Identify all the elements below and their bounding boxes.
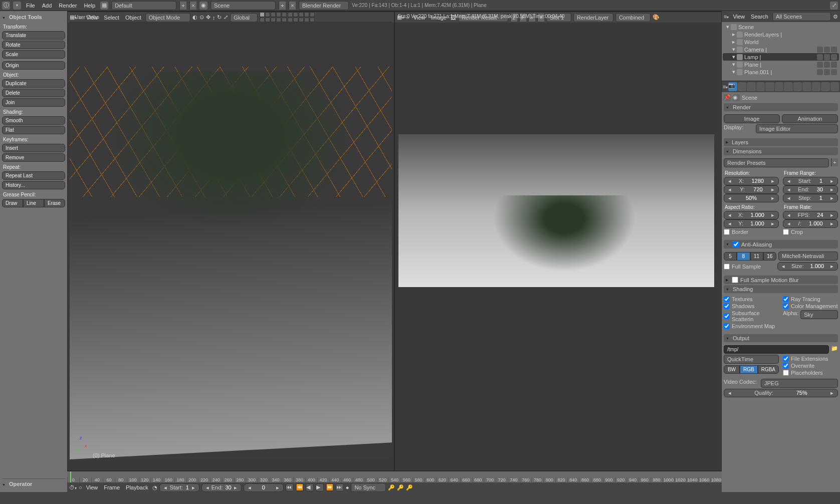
alpha-mode-dropdown[interactable]: Sky	[800, 310, 838, 319]
aa-panel-header[interactable]: Anti-Aliasing	[724, 240, 838, 248]
image-editor[interactable]: Fra:0 Ve:220 fa:271 La:1 Mem:7.41M (6.31…	[394, 11, 722, 471]
object-tools-header[interactable]: Object Tools	[2, 14, 65, 20]
layout-add-button[interactable]: +	[179, 2, 186, 10]
orientation-dropdown[interactable]: Global	[230, 13, 258, 22]
output-path-field[interactable]: /tmp/	[724, 345, 829, 354]
res-y-field[interactable]: ◂Y:720▸	[724, 185, 779, 194]
scene-add-button[interactable]: +	[279, 2, 286, 10]
outliner-editor-type-dropdown[interactable]: ≡	[724, 14, 729, 20]
render-layers-tab[interactable]	[738, 82, 746, 91]
outliner-item[interactable]: ▾Plane |	[723, 61, 839, 68]
selectable-toggle[interactable]	[824, 69, 830, 75]
outliner-item[interactable]: ▾Camera |	[723, 46, 839, 53]
flat-button[interactable]: Flat	[2, 126, 65, 134]
full-sample-checkbox[interactable]	[724, 264, 730, 270]
playhead[interactable]	[70, 471, 71, 482]
outliner-item[interactable]: ▾Lamp |	[723, 53, 839, 61]
render-animation-button[interactable]: Animation	[782, 114, 838, 123]
pivot-point-icon[interactable]: ⊙	[199, 14, 204, 21]
renderable-toggle[interactable]	[831, 69, 837, 75]
rotate-button[interactable]: Rotate	[2, 41, 65, 49]
info-editor-icon[interactable]: ⓘ	[2, 2, 10, 10]
menu-add[interactable]: Add	[40, 3, 54, 9]
start-frame-field[interactable]: ◂Start:1▸	[159, 483, 199, 492]
res-pct-field[interactable]: ◂50%▸	[724, 194, 779, 202]
outliner-filter-icon[interactable]: ⚙	[833, 14, 838, 20]
play-reverse-button[interactable]: ◀	[306, 483, 314, 491]
screen-layout-icon[interactable]: ▦	[100, 2, 108, 10]
keyframe-prev-button[interactable]: ⏪	[296, 483, 304, 491]
layout-remove-button[interactable]: ×	[189, 2, 196, 10]
outliner-item[interactable]: ▾Scene	[723, 23, 839, 31]
end-frame-field[interactable]: ◂End:30▸	[201, 483, 242, 492]
scene-tab[interactable]	[747, 82, 755, 91]
timeline-editor[interactable]: 0204060801001201401601802002202402602803…	[67, 471, 722, 492]
display-dropdown[interactable]: Image Editor	[756, 124, 838, 133]
renderable-toggle[interactable]	[831, 54, 837, 60]
current-frame-field[interactable]: ◂0▸	[244, 483, 284, 492]
grease-erase-button[interactable]: Erase	[44, 199, 65, 207]
frame-end-field[interactable]: ◂End:30▸	[783, 185, 838, 194]
frame-start-field[interactable]: ◂Start:1▸	[783, 177, 838, 185]
video-codec-dropdown[interactable]: JPEG	[761, 379, 838, 388]
render-engine-dropdown[interactable]: Blender Render	[299, 1, 349, 10]
scale-button[interactable]: Scale	[2, 50, 65, 59]
physics-tab[interactable]	[830, 82, 839, 91]
renderable-toggle[interactable]	[831, 47, 837, 53]
timeline-view-menu[interactable]: View	[84, 484, 100, 490]
viewport-shading-icon[interactable]: ◐	[192, 14, 197, 21]
constraints-tab[interactable]	[775, 82, 783, 91]
layers-panel-header[interactable]: Layers	[724, 138, 838, 146]
asp-y-field[interactable]: ◂Y:1.000▸	[724, 219, 779, 228]
jump-start-button[interactable]: ⏮	[286, 483, 294, 491]
layer-buttons[interactable]	[260, 12, 315, 23]
shadows-checkbox[interactable]	[724, 303, 730, 309]
outliner-tree[interactable]: ▾Scene▸RenderLayers |▸World▾Camera |▾Lam…	[722, 22, 840, 77]
border-checkbox[interactable]	[724, 229, 730, 235]
manipulator-rotate-icon[interactable]: ↻	[217, 14, 222, 21]
shading-panel-header[interactable]: Shading	[724, 285, 838, 293]
asp-x-field[interactable]: ◂X:1.000▸	[724, 211, 779, 219]
selectable-toggle[interactable]	[824, 54, 830, 60]
aa-size-field[interactable]: ◂Size:1.000▸	[777, 262, 838, 271]
quality-field[interactable]: ◂Quality:75%▸	[724, 389, 838, 397]
data-tab[interactable]	[793, 82, 802, 91]
output-panel-header[interactable]: Output	[724, 334, 838, 342]
outliner-search-menu[interactable]: Search	[749, 14, 770, 20]
rgba-button[interactable]: RGBA	[758, 365, 779, 374]
image-paint-icon[interactable]: 🎨	[653, 14, 660, 21]
fps-field[interactable]: ◂FPS:24▸	[783, 211, 838, 219]
outliner-view-menu[interactable]: View	[731, 14, 747, 20]
res-x-field[interactable]: ◂X:1280▸	[724, 177, 779, 185]
jump-end-button[interactable]: ⏭	[336, 483, 344, 491]
editor-type-dropdown[interactable]	[13, 2, 21, 10]
renderable-toggle[interactable]	[831, 62, 837, 68]
layout-preset-dropdown[interactable]: Default	[111, 1, 176, 10]
delete-button[interactable]: Delete	[2, 89, 65, 97]
timeline-ruler[interactable]: 0204060801001201401601802002202402602803…	[67, 471, 722, 482]
object-tab[interactable]	[765, 82, 774, 91]
keyframe-insert-icon[interactable]: 🔑	[397, 484, 404, 491]
render-tab[interactable]: 📷	[728, 82, 737, 91]
grease-line-button[interactable]: Line	[23, 199, 44, 207]
frame-step-field[interactable]: ◂Step:1▸	[783, 194, 838, 202]
3d-viewport-canvas[interactable]	[70, 22, 392, 459]
auto-keyframe-icon[interactable]: ●	[346, 484, 349, 490]
textures-checkbox[interactable]	[724, 296, 730, 302]
translate-button[interactable]: Translate	[2, 31, 65, 40]
manipulator-toggle-icon[interactable]: ✥	[206, 14, 211, 21]
object-menu[interactable]: Object	[123, 15, 143, 21]
render-presets-dropdown[interactable]: Render Presets	[724, 158, 829, 167]
mblur-enable-checkbox[interactable]	[732, 277, 738, 283]
sss-checkbox[interactable]	[724, 313, 730, 319]
aa-16-button[interactable]: 16	[763, 252, 776, 261]
aa-11-button[interactable]: 11	[750, 252, 763, 261]
use-preview-range-icon[interactable]: ◔	[152, 484, 157, 491]
mode-dropdown[interactable]: Object Mode	[145, 13, 190, 22]
visibility-toggle[interactable]	[817, 54, 823, 60]
color-mgmt-checkbox[interactable]	[783, 303, 789, 309]
history-button[interactable]: History...	[2, 181, 65, 189]
visibility-toggle[interactable]	[817, 69, 823, 75]
envmap-checkbox[interactable]	[724, 323, 730, 329]
material-tab[interactable]	[802, 82, 811, 91]
